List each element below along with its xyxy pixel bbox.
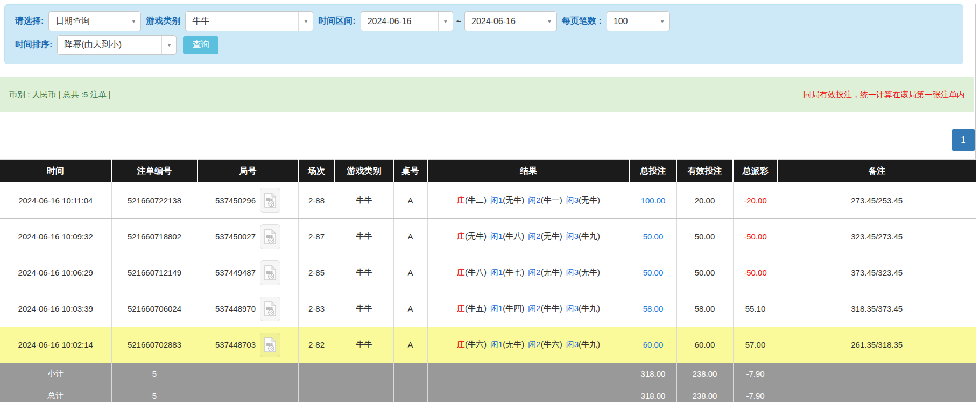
filter-row-1: 请选择: 日期查询 ▼ 游戏类别 牛牛 ▼ 时间区间: 2024-06-16 ▼… — [10, 11, 957, 31]
page-size-value: 100 — [607, 12, 655, 31]
valid-bet-cell: 50.00 — [676, 255, 733, 291]
query-type-select[interactable]: 日期查询 ▼ — [48, 11, 141, 31]
session-cell: 2-87 — [298, 218, 335, 255]
total-bet-link[interactable]: 50.00 — [643, 232, 664, 241]
query-type-value: 日期查询 — [49, 12, 126, 31]
date-from-select[interactable]: 2024-06-16 ▼ — [361, 11, 453, 31]
header-valid-bet: 有效投注 — [676, 160, 733, 182]
time-sort-label: 时间排序: — [15, 39, 52, 51]
total-bet-link[interactable]: 100.00 — [641, 196, 666, 205]
remark-cell: 261.35/318.35 — [778, 327, 976, 363]
valid-bet-cell: 50.00 — [676, 218, 733, 255]
player2-label: 闲2 — [528, 340, 540, 349]
remark-cell: 318.35/373.45 — [778, 291, 976, 327]
video-file-icon — [264, 265, 276, 280]
bet-id-cell: 521660702883 — [111, 327, 198, 363]
payout-cell: -50.00 — [733, 218, 778, 255]
video-replay-button[interactable] — [260, 224, 280, 249]
subtotal-count: 5 — [111, 363, 198, 385]
game-type-select[interactable]: 牛牛 ▼ — [185, 11, 313, 31]
total-label: 总计 — [0, 385, 111, 402]
total-bet-link[interactable]: 58.00 — [643, 304, 664, 313]
result-cell: 庄(无牛)闲1(牛八)闲2(无牛)闲3(牛九) — [427, 218, 630, 255]
header-table-id: 桌号 — [393, 160, 427, 182]
time-sort-select[interactable]: 降幂(由大到小) ▼ — [57, 35, 177, 55]
payout-cell: 55.10 — [733, 291, 778, 327]
header-result: 结果 — [427, 160, 630, 182]
player3-label: 闲3 — [566, 304, 579, 313]
total-bet-link[interactable]: 50.00 — [643, 268, 664, 277]
total-bet-cell: 100.00 — [630, 182, 676, 218]
payout-cell: -20.00 — [733, 182, 778, 218]
header-bet-id: 注单编号 — [111, 160, 198, 182]
game-type-cell: 牛牛 — [335, 182, 393, 218]
page-1-button[interactable]: 1 — [952, 129, 975, 151]
session-cell: 2-82 — [298, 327, 335, 363]
valid-bet-cell: 58.00 — [676, 291, 733, 327]
table-id-cell: A — [393, 291, 427, 327]
valid-bet-cell: 60.00 — [676, 327, 733, 363]
game-type-cell: 牛牛 — [335, 291, 393, 327]
banker-label: 庄 — [457, 304, 465, 313]
total-total-bet: 318.00 — [630, 385, 676, 402]
bet-id-cell: 521660722138 — [111, 182, 198, 218]
date-to-value: 2024-06-16 — [465, 12, 542, 31]
video-file-icon — [264, 193, 276, 208]
result-cell: 庄(牛六)闲1(无牛)闲2(牛六)闲3(牛九) — [427, 327, 630, 363]
video-file-icon — [264, 337, 276, 352]
total-bet-cell: 60.00 — [630, 327, 676, 363]
player3-label: 闲3 — [566, 231, 579, 241]
video-replay-button[interactable] — [260, 333, 280, 357]
game-type-cell: 牛牛 — [335, 327, 393, 363]
subtotal-payout: -7.90 — [733, 363, 778, 385]
video-file-icon — [264, 301, 276, 316]
total-bet-cell: 50.00 — [630, 255, 676, 291]
time-sort-value: 降幂(由大到小) — [58, 36, 161, 54]
round-id-value: 537450027 — [215, 232, 256, 241]
game-type-cell: 牛牛 — [335, 255, 393, 291]
time-cell: 2024-06-16 10:09:32 — [0, 218, 111, 255]
table-id-cell: A — [393, 218, 427, 255]
table-id-cell: A — [393, 255, 427, 291]
round-id-value: 537449487 — [215, 268, 256, 277]
header-payout: 总派彩 — [733, 160, 778, 182]
currency-total-text: 币别 : 人民币 | 总共 :5 注单 | — [9, 90, 111, 100]
total-payout: -7.90 — [733, 385, 778, 402]
table-row: 2024-06-16 10:11:04 521660722138 5374502… — [0, 182, 976, 218]
video-replay-button[interactable] — [260, 260, 280, 285]
filter-row-2: 时间排序: 降幂(由大到小) ▼ 查询 — [10, 35, 957, 55]
total-row: 总计 5 318.00 238.00 -7.90 — [0, 385, 976, 402]
bet-id-cell: 521660712149 — [111, 255, 198, 291]
round-id-value: 537450296 — [215, 196, 256, 205]
player3-label: 闲3 — [566, 195, 579, 204]
query-type-label: 请选择: — [15, 16, 44, 27]
same-round-notice: 同局有效投注，统一计算在该局第一张注单内 — [803, 90, 965, 100]
session-cell: 2-83 — [298, 291, 335, 327]
search-button[interactable]: 查询 — [183, 36, 218, 54]
player1-label: 闲1 — [490, 267, 503, 277]
bet-records-table: 时间 注单编号 局号 场次 游戏类别 桌号 结果 总投注 有效投注 总派彩 备注… — [0, 159, 976, 402]
chevron-down-icon: ▼ — [655, 12, 669, 31]
video-file-icon — [264, 229, 276, 244]
page: 请选择: 日期查询 ▼ 游戏类别 牛牛 ▼ 时间区间: 2024-06-16 ▼… — [0, 0, 980, 402]
header-total-bet: 总投注 — [630, 160, 676, 182]
filter-panel: 请选择: 日期查询 ▼ 游戏类别 牛牛 ▼ 时间区间: 2024-06-16 ▼… — [4, 4, 963, 64]
total-bet-link[interactable]: 60.00 — [643, 340, 664, 349]
player1-label: 闲1 — [490, 304, 503, 313]
video-replay-button[interactable] — [260, 188, 280, 213]
player2-label: 闲2 — [528, 304, 540, 313]
game-type-label: 游戏类别 — [146, 16, 180, 27]
remark-cell: 273.45/253.45 — [778, 182, 976, 218]
video-replay-button[interactable] — [260, 297, 280, 321]
header-game-type: 游戏类别 — [335, 160, 393, 182]
header-remark: 备注 — [778, 160, 976, 182]
payout-cell: 57.00 — [733, 327, 778, 363]
result-cell: 庄(牛五)闲1(牛四)闲2(牛牛)闲3(牛九) — [427, 291, 630, 327]
remark-cell: 323.45/273.45 — [778, 218, 976, 255]
chevron-down-icon: ▼ — [126, 12, 140, 31]
time-cell: 2024-06-16 10:02:14 — [0, 327, 111, 363]
header-round-id: 局号 — [198, 160, 298, 182]
date-to-select[interactable]: 2024-06-16 ▼ — [464, 11, 557, 31]
page-size-select[interactable]: 100 ▼ — [607, 11, 670, 31]
table-row-highlighted: 2024-06-16 10:02:14 521660702883 5374487… — [0, 327, 976, 363]
